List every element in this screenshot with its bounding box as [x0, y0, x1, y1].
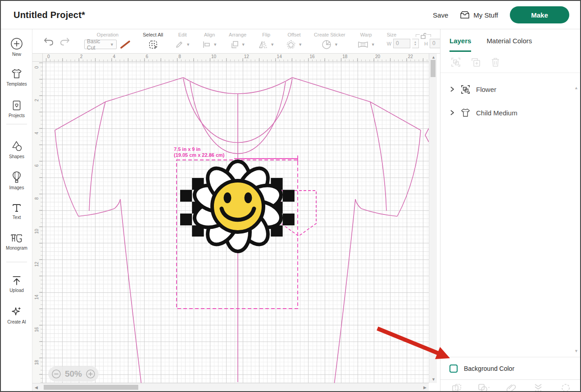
flower-design[interactable]	[180, 161, 295, 251]
combine-icon	[477, 383, 491, 392]
zoom-out-icon	[51, 369, 61, 379]
layer-row-child-medium[interactable]: Child Medium	[440, 105, 581, 120]
horizontal-scrollbar[interactable]: ◀ ▶	[32, 383, 429, 391]
width-input[interactable]	[393, 39, 410, 48]
group-icon	[450, 57, 461, 68]
chevron-right-icon[interactable]	[449, 87, 455, 92]
flip-group[interactable]: Flip ▼	[252, 32, 280, 51]
canvas-grid[interactable]: 7.5 in x 9 in (19.05 cm x 22.86 cm) 50%	[43, 62, 429, 383]
width-label: W	[387, 41, 391, 46]
sidebar-item-images[interactable]: Images	[1, 171, 32, 190]
edit-label: Edit	[178, 32, 187, 38]
zoom-control: 50%	[48, 366, 99, 382]
save-button[interactable]: Save	[433, 11, 448, 19]
height-label: H	[424, 41, 428, 46]
vertical-scroll-thumb[interactable]	[431, 60, 436, 77]
stepper-down-icon: ▼	[414, 43, 417, 46]
sidebar-item-projects[interactable]: Projects	[1, 100, 32, 118]
color-swatch-button[interactable]	[119, 40, 131, 49]
background-color-checkbox[interactable]	[449, 365, 458, 373]
operation-value: Basic Cut	[87, 38, 110, 51]
offset-group[interactable]: Offset ▼	[280, 32, 308, 51]
redo-button[interactable]	[57, 36, 73, 47]
warp-group[interactable]: Warp ▼	[351, 32, 381, 51]
zoom-out-button[interactable]	[51, 369, 61, 379]
operation-group: Operation Basic Cut ▼	[78, 32, 137, 51]
chevron-down-icon: ▼	[298, 42, 302, 47]
scroll-left-icon[interactable]: ◀	[35, 385, 38, 390]
panel-tabs: Layers Material Colors	[440, 29, 581, 52]
shapes-icon	[11, 140, 23, 152]
warp-label: Warp	[360, 32, 372, 38]
zoom-in-button[interactable]	[86, 369, 95, 379]
sidebar-item-new[interactable]: New	[1, 37, 32, 57]
ruler-tick-label: 14	[34, 294, 39, 300]
ruler-tick-label: 8	[178, 54, 181, 59]
trash-icon	[490, 57, 501, 68]
combine-button[interactable]: Combine	[471, 383, 497, 392]
size-lock[interactable]	[416, 32, 431, 39]
delete-button[interactable]	[490, 57, 501, 68]
chevron-right-icon[interactable]	[449, 110, 455, 115]
duplicate-button[interactable]	[470, 57, 481, 68]
smiley-face	[212, 181, 263, 232]
sidebar-item-label: Text	[13, 215, 21, 220]
ruler-tick-label: 4	[34, 130, 39, 136]
slice-button[interactable]: Slice	[444, 383, 470, 392]
sidebar-item-monogram[interactable]: Monogram	[1, 233, 32, 251]
select-all-group[interactable]: Select All	[137, 32, 169, 51]
ruler-tick-label: 18	[34, 360, 39, 366]
offset-icon	[286, 40, 296, 50]
make-button[interactable]: Make	[510, 6, 569, 23]
create-sticker-group[interactable]: Create Sticker ▼	[308, 32, 351, 51]
align-group[interactable]: Align ▼	[196, 32, 223, 51]
sidebar-item-text[interactable]: Text	[1, 202, 32, 220]
upload-icon	[11, 274, 23, 286]
edit-group[interactable]: Edit ▼	[169, 32, 196, 51]
tab-material-colors[interactable]: Material Colors	[486, 29, 532, 52]
chevron-down-icon: ▼	[334, 42, 338, 47]
vertical-scrollbar[interactable]: ▲ ▼	[429, 54, 437, 383]
attach-button[interactable]: Attach	[498, 383, 524, 392]
ruler-tick-label: 2	[34, 97, 39, 103]
layer-row-flower[interactable]: Flower	[440, 82, 581, 96]
vertical-ruler: 024681012141618	[32, 62, 43, 383]
group-button[interactable]	[450, 57, 461, 68]
lock-bracket	[427, 34, 431, 37]
sidebar-item-create-ai[interactable]: Create AI	[1, 305, 32, 324]
background-color-label: Background Color	[464, 365, 514, 372]
unlock-icon	[420, 32, 427, 39]
list-scroll-down-icon[interactable]: ▼	[574, 349, 578, 353]
undo-button[interactable]	[41, 36, 57, 47]
zoom-level: 50%	[65, 369, 82, 379]
ruler-tick-label: 8	[34, 196, 39, 202]
contour-button[interactable]: Contour	[553, 383, 579, 392]
operation-select[interactable]: Basic Cut ▼	[84, 40, 117, 49]
list-scroll-up-icon[interactable]: ▲	[574, 86, 578, 90]
selection-size-cm: (19.05 cm x 22.86 cm)	[174, 152, 225, 158]
width-stepper[interactable]: ▲▼	[412, 39, 419, 48]
flatten-button[interactable]: Flatten	[525, 383, 551, 392]
create-sticker-icon	[321, 39, 332, 50]
sidebar-item-label: Shapes	[9, 154, 24, 159]
layer-name: Flower	[476, 86, 496, 93]
selection-dimensions: 7.5 in x 9 in (19.05 cm x 22.86 cm)	[174, 146, 225, 158]
sidebar-item-upload[interactable]: Upload	[1, 274, 32, 293]
ruler-tick-label: 0	[34, 64, 39, 71]
chevron-down-icon: ▼	[241, 42, 245, 47]
ruler-tick-label: 10	[34, 228, 39, 235]
layer-tools	[440, 52, 581, 73]
horizontal-scroll-thumb[interactable]	[44, 385, 138, 390]
attach-icon	[505, 383, 517, 392]
align-label: Align	[204, 32, 215, 38]
my-stuff-button[interactable]: My Stuff	[460, 11, 498, 19]
sidebar-item-templates[interactable]: Templates	[1, 68, 32, 87]
arrange-group[interactable]: Arrange ▼	[223, 32, 252, 51]
scroll-down-icon[interactable]: ▼	[431, 377, 436, 382]
sidebar-item-shapes[interactable]: Shapes	[1, 140, 32, 159]
scroll-right-icon[interactable]: ▶	[423, 385, 427, 390]
tab-layers[interactable]: Layers	[449, 29, 471, 52]
ruler-tick-label: 16	[34, 327, 39, 333]
sidebar-divider	[6, 262, 27, 262]
scroll-up-icon[interactable]: ▲	[431, 55, 436, 59]
